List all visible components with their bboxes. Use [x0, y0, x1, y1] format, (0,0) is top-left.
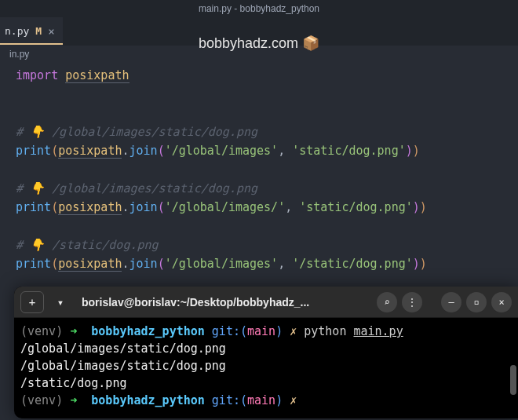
string-literal: 'static/dog.png' [292, 144, 406, 158]
editor-tab-bar: n.py M × [0, 17, 518, 46]
close-icon[interactable]: × [48, 25, 54, 38]
terminal-output: /static/dog.png [20, 374, 512, 392]
method-join: join [130, 257, 158, 271]
close-icon: × [498, 297, 504, 308]
tab-main-py[interactable]: n.py M × [0, 17, 63, 46]
menu-button[interactable]: ⋮ [402, 292, 422, 312]
terminal-line: (venv) ➜ bobbyhadz_python git:(main) ✗ p… [20, 323, 512, 340]
terminal-line: (venv) ➜ bobbyhadz_python git:(main) ✗ [20, 392, 512, 409]
comment-line: # 👇 /global/images/static/dog.png [16, 181, 257, 195]
window-title: main.py - bobbyhadz_python [199, 3, 319, 14]
module-ref: posixpath [58, 257, 122, 272]
breadcrumb-file: in.py [9, 49, 29, 60]
chevron-down-icon: ▾ [57, 296, 64, 309]
breadcrumb[interactable]: in.py [0, 46, 518, 61]
builtin-print: print [16, 144, 51, 158]
keyword-import: import [16, 68, 58, 82]
tab-dropdown-button[interactable]: ▾ [49, 291, 72, 313]
new-tab-button[interactable]: + [20, 291, 44, 313]
tab-filename: n.py [5, 25, 29, 37]
string-literal: 'static/dog.png' [299, 200, 413, 214]
kebab-menu-icon: ⋮ [407, 297, 417, 308]
window-titlebar: main.py - bobbyhadz_python [0, 0, 518, 17]
string-literal: '/global/images/' [165, 200, 286, 214]
builtin-print: print [16, 257, 51, 271]
terminal-scrollbar[interactable] [510, 365, 516, 395]
terminal-window: + ▾ borislav@borislav:~/Desktop/bobbyhad… [14, 287, 518, 418]
plus-icon: + [29, 296, 35, 309]
method-join: join [130, 144, 158, 158]
close-button[interactable]: × [491, 292, 512, 312]
code-editor[interactable]: import posixpath # 👇 /global/images/stat… [0, 61, 518, 278]
maximize-button[interactable]: ▫ [466, 292, 487, 312]
search-icon: ⌕ [384, 297, 389, 308]
terminal-output: /global/images/static/dog.png [20, 357, 512, 374]
comment-line: # 👇 /global/images/static/dog.png [16, 125, 257, 139]
minimize-button[interactable]: – [441, 292, 461, 312]
terminal-title: borislav@borislav:~/Desktop/bobbyhadz_..… [77, 296, 372, 309]
method-join: join [130, 200, 158, 214]
maximize-icon: ▫ [473, 297, 479, 308]
string-literal: '/global/images' [165, 257, 279, 271]
string-literal: '/static/dog.png' [292, 257, 413, 271]
module-ref: posixpath [58, 144, 122, 159]
terminal-titlebar: + ▾ borislav@borislav:~/Desktop/bobbyhad… [14, 287, 518, 318]
module-ref: posixpath [58, 200, 122, 215]
string-literal: '/global/images' [165, 144, 279, 158]
search-button[interactable]: ⌕ [377, 292, 397, 312]
minimize-icon: – [448, 297, 454, 308]
terminal-body[interactable]: (venv) ➜ bobbyhadz_python git:(main) ✗ p… [14, 318, 518, 418]
git-modified-indicator: M [35, 25, 42, 37]
builtin-print: print [16, 200, 51, 214]
comment-line: # 👇 /static/dog.png [16, 238, 159, 252]
module-posixpath: posixpath [65, 68, 129, 83]
terminal-output: /global/images/static/dog.png [20, 340, 512, 357]
